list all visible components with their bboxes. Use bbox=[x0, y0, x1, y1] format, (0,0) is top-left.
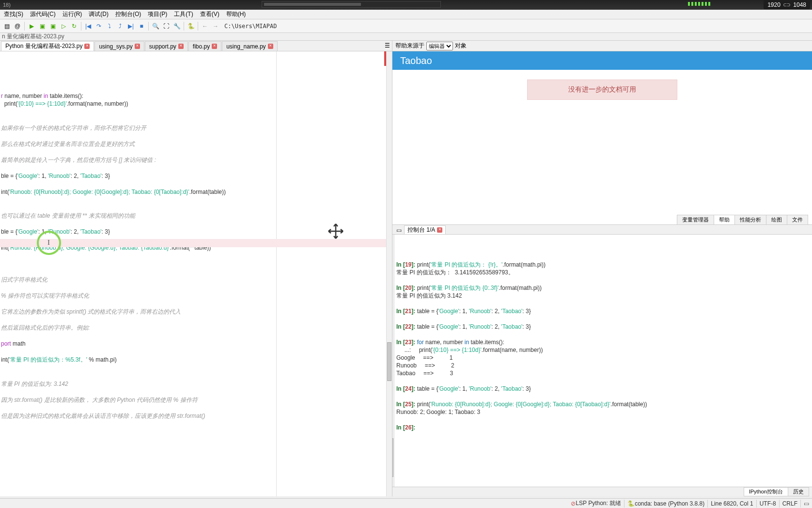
title-suffix: 18) bbox=[3, 2, 11, 8]
tab-profiler[interactable]: 性能分析 bbox=[734, 215, 766, 224]
tab-history[interactable]: 历史 bbox=[788, 487, 809, 496]
close-icon[interactable]: × bbox=[135, 44, 140, 49]
console-pane: ▭ 控制台 1/A × In [19]: print('常量 PI 的值近似为：… bbox=[392, 225, 812, 496]
status-lsp: LSP Python: 就绪 bbox=[576, 499, 621, 508]
menu-source[interactable]: 源代码(C) bbox=[27, 9, 59, 19]
tab-variable-explorer[interactable]: 变量管理器 bbox=[677, 215, 714, 224]
status-position: Line 6820, Col 1 bbox=[711, 500, 753, 507]
tab-using-sys[interactable]: using_sys.py × bbox=[94, 41, 144, 51]
console-icon: ▭ bbox=[396, 227, 402, 234]
status-eol: CRLF bbox=[782, 500, 797, 507]
console-scrollbar[interactable] bbox=[392, 235, 394, 487]
debug-step-first-button[interactable]: |◀ bbox=[83, 21, 93, 31]
toolbar-sep bbox=[148, 22, 149, 31]
close-icon[interactable]: × bbox=[268, 44, 273, 49]
tab-label: using_sys.py bbox=[99, 43, 132, 50]
status-python-icon: 🐍 bbox=[627, 500, 635, 507]
tab-plots[interactable]: 绘图 bbox=[766, 215, 787, 224]
help-bottom-tabs: 变量管理器 帮助 性能分析 绘图 文件 bbox=[677, 215, 808, 224]
tab-files[interactable]: 文件 bbox=[787, 215, 808, 224]
menu-help[interactable]: 帮助(H) bbox=[223, 9, 249, 19]
menu-project[interactable]: 项目(P) bbox=[145, 9, 170, 19]
close-icon[interactable]: × bbox=[212, 44, 217, 49]
tab-help[interactable]: 帮助 bbox=[714, 215, 735, 224]
menu-console[interactable]: 控制台(O) bbox=[112, 9, 144, 19]
close-icon[interactable]: × bbox=[84, 44, 90, 49]
menubar: 查找(S) 源代码(C) 运行(R) 调试(D) 控制台(O) 项目(P) 工具… bbox=[0, 10, 812, 19]
reload-button[interactable]: ↻ bbox=[69, 21, 79, 31]
tab-fibo[interactable]: fibo.py × bbox=[188, 41, 221, 51]
at-icon: @ bbox=[15, 23, 20, 30]
main-area: Python 量化编程基础-2023.py × using_sys.py × s… bbox=[0, 41, 812, 496]
reload-icon: ↻ bbox=[72, 23, 77, 30]
toolbar-sep bbox=[198, 22, 198, 31]
python-icon: 🐍 bbox=[187, 23, 195, 30]
res-h: 1048 bbox=[793, 1, 806, 8]
toolbar: ▤ @ ▶ ▣ ▣ ▷ ↻ |◀ ↷ ⤵ ⤴ ▶| ■ 🔍 ⛶ 🔧 🐍 ← → … bbox=[0, 19, 812, 33]
activity-indicator bbox=[688, 2, 710, 6]
menu-tools[interactable]: 工具(T) bbox=[171, 9, 196, 19]
stepfwd-icon: ▶| bbox=[128, 23, 134, 30]
editor-scrollbar[interactable] bbox=[386, 51, 392, 496]
menu-run[interactable]: 运行(R) bbox=[60, 9, 85, 19]
play-icon: ▶ bbox=[30, 23, 34, 30]
search-button[interactable]: 🔍 bbox=[151, 21, 160, 31]
resolution-badge: 1920 ⊂⊃ 1048 bbox=[764, 0, 810, 9]
tab-label: using_name.py bbox=[226, 43, 265, 50]
close-icon[interactable]: × bbox=[178, 44, 184, 49]
statusbar: ⊘ LSP Python: 就绪 🐍 conda: base (Python 3… bbox=[0, 498, 812, 508]
nav-forward-button[interactable]: → bbox=[211, 21, 220, 31]
fullscreen-button[interactable]: ⛶ bbox=[161, 21, 171, 31]
status-mem-icon: ▭ bbox=[804, 500, 809, 507]
debug-continue-button[interactable]: ▶| bbox=[126, 21, 136, 31]
toolbar-sep bbox=[184, 22, 184, 31]
tab-label: Python 量化编程基础-2023.py bbox=[5, 42, 82, 50]
python-button[interactable]: 🐍 bbox=[186, 21, 196, 31]
nav-back-button[interactable]: ← bbox=[200, 21, 210, 31]
status-encoding: UTF-8 bbox=[760, 500, 776, 507]
tab-label: support.py bbox=[149, 43, 176, 50]
current-line-highlight bbox=[0, 239, 386, 247]
menu-debug[interactable]: 调试(D) bbox=[86, 9, 111, 19]
ipython-console[interactable]: In [19]: print('常量 PI 的值近似为： {!r}。'.form… bbox=[392, 235, 812, 487]
right-pane: 帮助来源于 编辑器 对象 Taobao 没有进一步的文档可用 变量管理器 帮助 … bbox=[392, 41, 812, 496]
res-w: 1920 bbox=[767, 1, 781, 8]
console-tab-1[interactable]: 控制台 1/A × bbox=[404, 225, 446, 234]
debug-step-in-button[interactable]: ⤵ bbox=[105, 21, 114, 31]
run-selection-button[interactable]: ▷ bbox=[59, 21, 68, 31]
code-editor[interactable]: r name, number in table.items(): print('… bbox=[0, 51, 392, 496]
settings-icon: 🔧 bbox=[173, 23, 181, 30]
at-button[interactable]: @ bbox=[13, 21, 22, 31]
settings-button[interactable]: 🔧 bbox=[172, 21, 182, 31]
run-cell-button[interactable]: ▣ bbox=[37, 21, 47, 31]
runline-icon: ▷ bbox=[62, 23, 66, 30]
debug-stop-button[interactable]: ■ bbox=[137, 21, 146, 31]
tab-support[interactable]: support.py × bbox=[145, 41, 188, 51]
console-options-button[interactable]: ▭ bbox=[394, 226, 403, 234]
debug-step-out-button[interactable]: ⤴ bbox=[115, 21, 125, 31]
scrollbar-thumb[interactable] bbox=[392, 438, 393, 477]
help-source-label: 帮助来源于 bbox=[395, 42, 424, 50]
menu-view[interactable]: 查看(V) bbox=[197, 9, 222, 19]
code-content: r name, number in table.items(): print('… bbox=[1, 92, 391, 420]
tab-ipython-console[interactable]: IPython控制台 bbox=[744, 487, 788, 496]
runcell2-icon: ▣ bbox=[50, 23, 56, 30]
debug-step-over-button[interactable]: ↷ bbox=[94, 21, 104, 31]
help-source-bar: 帮助来源于 编辑器 对象 bbox=[392, 41, 812, 51]
tab-main-file[interactable]: Python 量化编程基础-2023.py × bbox=[1, 41, 94, 51]
recording-indicator bbox=[262, 1, 441, 8]
link-icon: ⊂⊃ bbox=[783, 1, 790, 8]
tab-using-name[interactable]: using_name.py × bbox=[222, 41, 277, 51]
stepover-icon: ↷ bbox=[96, 23, 101, 30]
tab-list-button[interactable]: ☰ bbox=[383, 42, 391, 49]
run-cell-advance-button[interactable]: ▣ bbox=[48, 21, 58, 31]
menu-find[interactable]: 查找(S) bbox=[1, 9, 26, 19]
new-file-button[interactable]: ▤ bbox=[2, 21, 12, 31]
current-path: C:\Users\MIAPAD bbox=[224, 23, 277, 30]
close-icon[interactable]: × bbox=[437, 227, 442, 233]
help-source-select[interactable]: 编辑器 bbox=[426, 42, 453, 50]
run-button[interactable]: ▶ bbox=[27, 21, 36, 31]
fullscreen-icon: ⛶ bbox=[163, 23, 169, 30]
stepback-icon: |◀ bbox=[85, 23, 91, 30]
scrollbar-thumb[interactable] bbox=[387, 342, 391, 381]
